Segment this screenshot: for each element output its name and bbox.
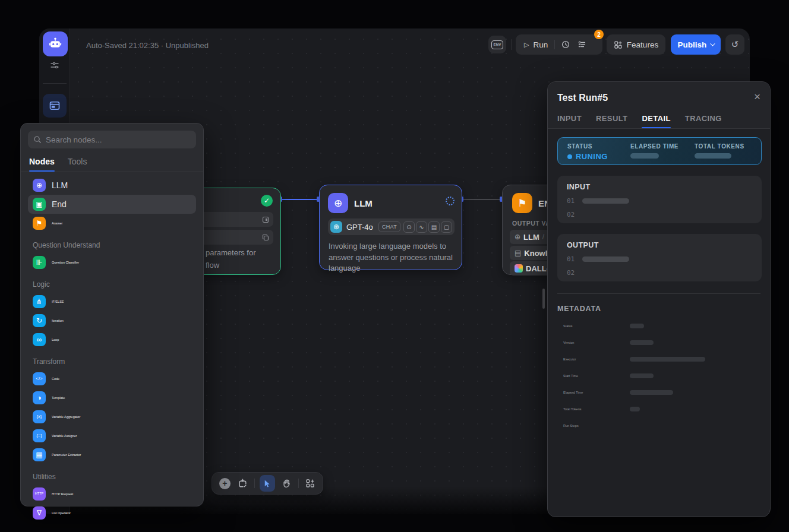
app-root: ✓ parameters for flow ⊕ LLM xyxy=(0,0,789,532)
metadata-skeleton xyxy=(630,373,654,378)
node-item-list-operator[interactable]: ∇ List Operator xyxy=(28,504,196,522)
running-status-dot xyxy=(567,154,572,159)
node-type-icon: ⊕ xyxy=(33,179,46,192)
search-icon xyxy=(33,135,42,144)
node-type-icon: ▣ xyxy=(33,198,46,211)
add-node-button[interactable]: + xyxy=(218,476,231,490)
test-run-header: Test Run#5 × INPUT RESULT DETAIL TRACING xyxy=(548,82,770,128)
metadata-skeleton xyxy=(630,390,673,395)
node-type-icon: ⊪ xyxy=(33,256,46,269)
input-card: INPUT 01 02 xyxy=(557,176,762,223)
run-status-card: STATUS ELAPSED TIME TOTAL TOKENS RUNING xyxy=(557,137,762,165)
pointer-mode-button[interactable] xyxy=(260,475,275,492)
node-item-code[interactable]: </> Code xyxy=(28,369,196,388)
tokens-skeleton xyxy=(695,153,731,159)
node-type-icon: HTTP xyxy=(33,487,46,501)
cursor-icon xyxy=(263,479,272,488)
preview-window-icon[interactable] xyxy=(43,94,67,118)
metadata-row: Total Tokens xyxy=(557,401,760,417)
search-input[interactable] xyxy=(46,135,191,144)
llm-var-icon: ⊕ xyxy=(515,233,520,241)
node-item-variable-aggregator[interactable]: {x} Variable Aggregator xyxy=(28,407,196,426)
play-icon[interactable]: ▷ xyxy=(524,41,529,49)
audio-capability-icon: ∿ xyxy=(416,221,427,233)
metadata-list: Status Version Executor Start Time Elaps… xyxy=(557,318,760,434)
tab-detail[interactable]: DETAIL xyxy=(642,114,670,128)
node-item-variable-assigner[interactable]: {=} Variable Assigner xyxy=(28,426,196,445)
node-group-label: Question Understand xyxy=(28,235,196,253)
metadata-row: Executor xyxy=(557,351,760,368)
node-item-end[interactable]: ▣ End xyxy=(28,195,196,214)
version-history-button[interactable]: ↺ xyxy=(725,34,744,55)
tab-nodes[interactable]: Nodes xyxy=(29,157,55,172)
model-name: GPT-4o xyxy=(346,223,378,232)
running-spinner-icon xyxy=(446,197,455,205)
metadata-skeleton xyxy=(630,357,705,362)
node-item-question-classifier[interactable]: ⊪ Question Classifier xyxy=(28,253,196,272)
node-item-template[interactable]: ◑ Template xyxy=(28,388,196,407)
input-row: 02 xyxy=(567,211,752,218)
publish-button[interactable]: Publish xyxy=(671,34,721,55)
start-node-description: parameters for flow xyxy=(206,246,256,271)
hand-mode-button[interactable] xyxy=(280,476,293,490)
run-button[interactable]: Run xyxy=(533,40,548,49)
node-list: ⊕ LLM ▣ End ⚑ Answer Question Understand… xyxy=(28,172,196,522)
run-button-group: ▷ Run xyxy=(516,34,602,55)
canvas-scrollbar-thumb[interactable] xyxy=(542,289,545,309)
node-type-icon: </> xyxy=(33,372,46,385)
node-item-loop[interactable]: ∞ Loop xyxy=(28,330,196,349)
checklist-icon[interactable] xyxy=(577,39,588,50)
features-button[interactable]: Features xyxy=(607,34,665,55)
llm-node[interactable]: ⊕ LLM ⊛ GPT-4o CHAT ⊙ ∿ ▤ ▢ Invoking lar… xyxy=(319,185,462,270)
node-item-iteration[interactable]: ↻ Iteration xyxy=(28,311,196,330)
node-search[interactable] xyxy=(28,131,196,148)
node-type-icon: ∞ xyxy=(33,333,46,346)
close-icon[interactable]: × xyxy=(754,90,760,103)
input-variable-icon xyxy=(262,216,269,223)
openai-model-icon: ⊛ xyxy=(330,221,342,233)
metadata-skeleton xyxy=(630,407,640,411)
organize-nodes-button[interactable] xyxy=(304,476,317,490)
document-capability-icon: ▢ xyxy=(441,221,452,233)
test-run-panel: Test Run#5 × INPUT RESULT DETAIL TRACING… xyxy=(547,81,771,517)
add-note-button[interactable] xyxy=(236,476,249,490)
node-item-if-else[interactable]: ⋔ IF/ELSE xyxy=(28,292,196,311)
node-item-parameter-extractor[interactable]: ▦ Parameter Extractor xyxy=(28,445,196,464)
llm-node-icon: ⊕ xyxy=(328,193,348,213)
node-group-label: Utilities xyxy=(28,467,196,484)
node-item-answer[interactable]: ⚑ Answer xyxy=(28,214,196,233)
llm-node-description: Invoking large language models to answer… xyxy=(329,241,456,274)
preferences-sliders-icon[interactable] xyxy=(50,61,59,70)
node-item-llm[interactable]: ⊕ LLM xyxy=(28,176,196,195)
tab-input[interactable]: INPUT xyxy=(557,114,582,128)
tab-result[interactable]: RESULT xyxy=(596,114,627,128)
app-logo-icon[interactable] xyxy=(43,31,68,56)
node-type-icon: ↻ xyxy=(33,314,46,327)
metadata-row: Version xyxy=(557,334,760,351)
elapsed-label: ELAPSED TIME xyxy=(630,143,678,150)
knowledge-var-icon: ▤ xyxy=(515,249,521,257)
node-type-icon: {=} xyxy=(33,429,46,442)
metadata-row: Status xyxy=(557,318,760,334)
node-type-icon: ▦ xyxy=(33,448,46,461)
node-item-http-request[interactable]: HTTP HTTP Request xyxy=(28,484,196,504)
node-type-icon: {x} xyxy=(33,410,46,423)
tab-tools[interactable]: Tools xyxy=(68,157,87,172)
env-variables-button[interactable]: ENV xyxy=(488,36,506,53)
panel-title: Test Run#5 xyxy=(557,93,760,103)
history-icon: ↺ xyxy=(731,39,739,50)
run-history-clock-icon[interactable] xyxy=(560,39,571,50)
status-value: RUNING xyxy=(576,152,608,161)
tokens-label: TOTAL TOKENS xyxy=(695,143,744,150)
notification-badge: 2 xyxy=(594,30,604,39)
vision-capability-icon: ⊙ xyxy=(403,221,415,233)
tab-tracing[interactable]: TRACING xyxy=(685,114,722,128)
dalle-color-icon xyxy=(515,264,523,273)
node-group-label: Logic xyxy=(28,274,196,292)
status-label: STATUS xyxy=(567,143,592,150)
sidebar-divider xyxy=(43,83,67,84)
model-selector[interactable]: ⊛ GPT-4o CHAT ⊙ ∿ ▤ ▢ xyxy=(328,218,455,235)
edge-start-to-llm xyxy=(281,199,319,200)
output-card: OUTPUT 01 02 xyxy=(557,234,762,281)
node-panel-tabs: Nodes Tools xyxy=(29,157,195,172)
